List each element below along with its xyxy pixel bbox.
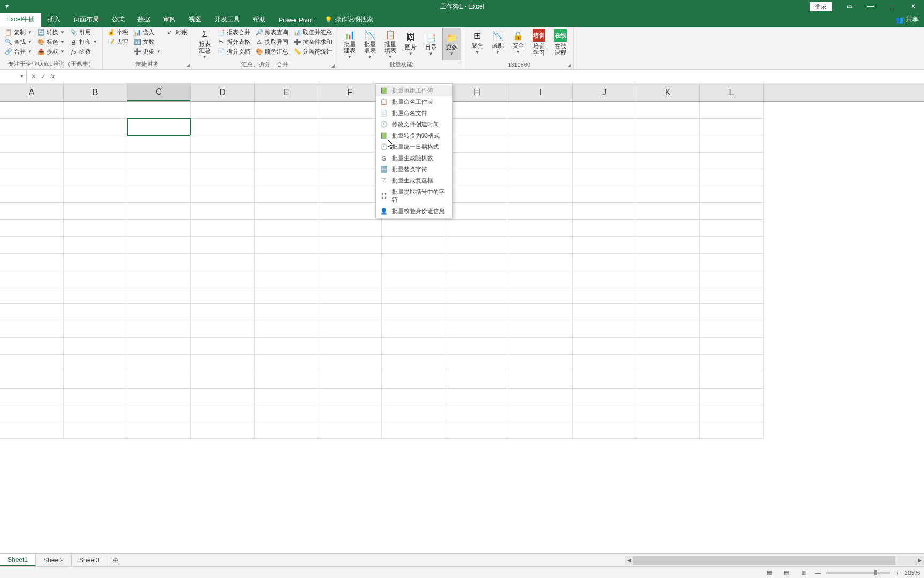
cell[interactable] [700,186,764,203]
cell[interactable] [127,119,191,136]
tab-power-pivot[interactable]: Power Pivot [272,14,319,27]
cell[interactable] [509,186,573,203]
cell[interactable] [64,371,127,389]
cell[interactable] [445,169,509,186]
qat-more-icon[interactable]: ▾ [3,3,11,10]
column-header[interactable]: A [0,83,64,101]
cell[interactable] [191,287,255,305]
cell[interactable] [636,186,700,203]
cell[interactable] [64,237,127,254]
cell[interactable] [700,422,764,439]
cell[interactable] [255,304,318,321]
cell[interactable] [0,405,64,422]
dialog-launcher-icon[interactable]: ◢ [567,63,571,68]
ribbon-button[interactable]: 📄拆分文档 [216,47,252,56]
cell[interactable] [64,119,127,136]
cell[interactable] [255,119,318,136]
cell[interactable] [573,422,636,439]
cell[interactable] [636,270,700,287]
ribbon-display-icon[interactable]: ▭ [838,0,860,13]
ribbon-big-button[interactable]: 📁更多▼ [442,28,461,60]
ribbon-button[interactable]: 🔢文数 [132,37,163,47]
cell[interactable] [636,169,700,186]
cell[interactable] [255,405,318,422]
cell[interactable] [255,135,318,153]
cell[interactable] [573,338,636,355]
ribbon-big-button[interactable]: 在线在线课程 [551,28,570,57]
cell[interactable] [573,135,636,153]
cell[interactable] [573,119,636,136]
tell-me-search[interactable]: 💡 操作说明搜索 [319,12,379,27]
tab-view[interactable]: 视图 [182,12,208,27]
cell[interactable] [445,203,509,220]
cell[interactable] [64,186,127,203]
close-icon[interactable]: ✕ [903,0,924,13]
cell[interactable] [382,389,445,406]
enter-icon[interactable]: ✓ [41,73,46,80]
ribbon-button[interactable]: 🔄转换▼ [36,28,66,37]
cell[interactable] [636,321,700,338]
cell[interactable] [318,237,382,254]
cell[interactable] [127,389,191,406]
cell[interactable] [64,355,127,372]
cell[interactable] [700,119,764,136]
cell[interactable] [700,321,764,338]
dialog-launcher-icon[interactable]: ◢ [331,63,335,69]
cell[interactable] [636,287,700,305]
cell[interactable] [700,287,764,305]
cell[interactable] [382,254,445,271]
cell[interactable] [318,203,382,220]
cell[interactable] [64,203,127,220]
cell[interactable] [127,237,191,254]
dropdown-item[interactable]: 📄批量命名文件 [376,108,452,119]
cell[interactable] [0,304,64,321]
cell[interactable] [573,203,636,220]
cell[interactable] [191,237,255,254]
cell[interactable] [191,389,255,406]
column-header[interactable]: F [318,83,382,101]
cell[interactable] [636,119,700,136]
cell[interactable] [191,405,255,422]
ribbon-big-button[interactable]: 🖼图片▼ [402,28,420,60]
cell[interactable] [509,355,573,372]
cell[interactable] [318,405,382,422]
share-button[interactable]: 👥 共享 [890,12,924,27]
column-header[interactable]: I [509,83,573,101]
cell[interactable] [255,237,318,254]
cell[interactable] [509,220,573,237]
cell[interactable] [573,304,636,321]
ribbon-button[interactable]: 📊取值并汇总 [292,28,334,37]
scroll-right-icon[interactable]: ▶ [915,556,924,565]
dropdown-item[interactable]: ☑批量生成复选框 [376,175,452,186]
cell[interactable] [700,270,764,287]
column-header[interactable]: L [700,83,764,101]
tab-data[interactable]: 数据 [131,12,157,27]
cell[interactable] [573,186,636,203]
zoom-level[interactable]: 205% [905,569,920,576]
cell[interactable] [191,371,255,389]
cell[interactable] [509,304,573,321]
cell[interactable] [127,169,191,186]
cell[interactable] [509,153,573,170]
cell[interactable] [127,135,191,153]
cell[interactable] [0,287,64,305]
cell[interactable] [700,169,764,186]
cell[interactable] [509,169,573,186]
cell[interactable] [636,135,700,153]
cell[interactable] [318,119,382,136]
cell[interactable] [700,220,764,237]
ribbon-button[interactable]: 💰个税 [106,28,130,37]
ribbon-big-button[interactable]: 🔒安全▼ [509,28,527,57]
cell[interactable] [127,270,191,287]
cell[interactable] [0,355,64,372]
cell[interactable] [0,321,64,338]
cell[interactable] [573,405,636,422]
cell[interactable] [191,119,255,136]
cell[interactable] [64,135,127,153]
cell[interactable] [0,389,64,406]
cell[interactable] [255,186,318,203]
column-header[interactable]: K [636,83,700,101]
tab-developer[interactable]: 开发工具 [208,12,247,27]
fx-icon[interactable]: fx [50,73,55,80]
cell[interactable] [0,371,64,389]
